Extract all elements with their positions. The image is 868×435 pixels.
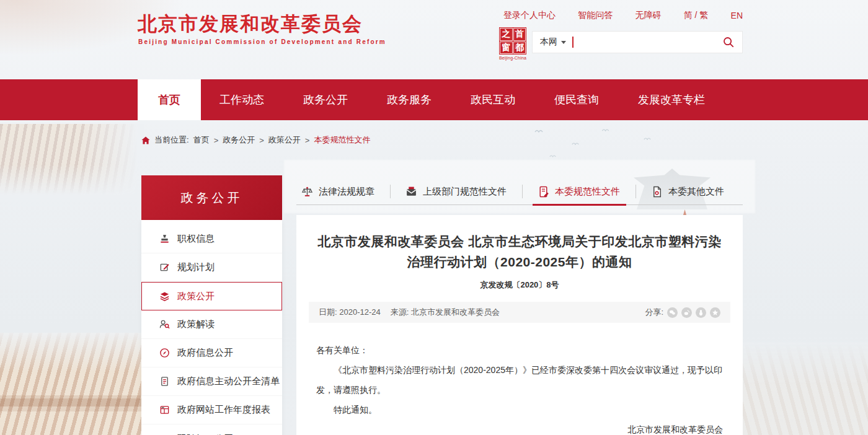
seal-char: 之: [500, 28, 513, 41]
sidebar-item-label: 职权信息: [177, 233, 215, 245]
date-label: 日期:: [319, 307, 337, 317]
source-label: 来源:: [391, 307, 409, 317]
breadcrumb-gov-disclosure[interactable]: 政务公开: [223, 134, 255, 146]
link-simplified-traditional[interactable]: 简 / 繁: [684, 10, 709, 21]
sidebar-item-label: 双随机一公开: [177, 433, 233, 435]
sidebar-item-label: 规划计划: [177, 261, 215, 273]
person-magnifier-icon: [159, 319, 170, 330]
sidebar: 政务公开 职权信息 规划计划 政策公开: [141, 175, 282, 435]
favorite-star-icon[interactable]: [710, 307, 720, 318]
bg-roof-top-left: [0, 124, 144, 198]
sidebar-item-authority-info[interactable]: 职权信息: [141, 225, 282, 253]
sidebar-item-label: 政府信息公开: [177, 347, 233, 359]
seal-char: 首: [513, 28, 526, 41]
capital-window-seal-logo[interactable]: 之 首 窗 都 Beijing-China: [498, 27, 528, 60]
tab-label: 上级部门规范性文件: [423, 186, 507, 198]
site-header: 北京市发展和改革委员会 Beijing Municipal Commission…: [0, 0, 868, 79]
link-english[interactable]: EN: [731, 11, 743, 20]
bg-roof-bottom-right: [738, 342, 868, 435]
compass-icon: [159, 348, 170, 359]
salutation: 各有关单位：: [316, 340, 723, 360]
plan-edit-icon: [159, 262, 170, 273]
seal-caption: Beijing-China: [498, 56, 528, 60]
tab-laws-regulations[interactable]: 法律法规规章: [301, 185, 391, 198]
document-category-tabs: 法律法规规章 上级部门规范性文件 本委规范性文件 本委其他文件: [296, 178, 743, 205]
article-date: 日期: 2020-12-24: [319, 307, 381, 318]
weibo-icon[interactable]: [681, 307, 692, 318]
article-meta-bar: 日期: 2020-12-24 来源: 北京市发展和改革委员会 分享:: [309, 302, 730, 323]
nav-item-convenient-inquiry[interactable]: 便民查询: [554, 79, 599, 120]
tab-label: 法律法规规章: [319, 186, 374, 198]
nav-item-interaction[interactable]: 政民互动: [471, 79, 515, 120]
sidebar-item-label: 政策解读: [177, 319, 215, 330]
breadcrumb-separator: >: [259, 136, 264, 145]
sidebar-item-proactive-disclosure-list[interactable]: 政府信息主动公开全清单: [141, 367, 282, 396]
site-logo-title[interactable]: 北京市发展和改革委员会: [138, 11, 363, 37]
breadcrumb-current: 本委规范性文件: [314, 134, 370, 146]
sidebar-menu: 职权信息 规划计划 政策公开 政策解读: [141, 220, 282, 435]
site-search: 本网: [532, 31, 743, 53]
breadcrumb-separator: >: [214, 136, 219, 145]
sidebar-item-label: 政策公开: [177, 291, 215, 302]
article-panel: 北京市发展和改革委员会 北京市生态环境局关于印发北京市塑料污染治理行动计划（20…: [296, 215, 743, 435]
policy-layers-icon: [159, 291, 170, 302]
breadcrumb: 当前位置: 首页 > 政务公开 > 政策公开 > 本委规范性文件: [141, 134, 370, 146]
sidebar-item-policy-disclosure[interactable]: 政策公开: [141, 282, 282, 310]
breadcrumb-home[interactable]: 首页: [193, 134, 210, 146]
seal-grid-icon: 之 首 窗 都: [499, 27, 526, 55]
bird-icon: [644, 131, 651, 143]
nav-item-work-news[interactable]: 工作动态: [219, 79, 264, 120]
sidebar-item-label: 政府信息主动公开全清单: [177, 376, 280, 387]
source-value: 北京市发展和改革委员会: [411, 307, 500, 317]
nav-item-reform-column[interactable]: 发展改革专栏: [638, 79, 705, 120]
bird-icon: [549, 149, 556, 160]
bird-icon: [572, 136, 579, 147]
search-scope-label: 本网: [540, 37, 557, 48]
stamp-icon: [159, 234, 170, 245]
nav-item-home[interactable]: 首页: [138, 79, 201, 120]
body-paragraph: 特此通知。: [316, 400, 723, 420]
tab-commission-normative-documents[interactable]: 本委规范性文件: [538, 185, 636, 198]
nav-item-gov-services[interactable]: 政务服务: [387, 79, 432, 120]
tab-label: 本委其他文件: [668, 186, 724, 198]
bg-eave-band: [0, 398, 144, 406]
article-source: 来源: 北京市发展和改革委员会: [391, 307, 500, 318]
link-smart-qa[interactable]: 智能问答: [578, 10, 613, 21]
document-list-icon: [159, 376, 170, 387]
page: 北京市发展和改革委员会 Beijing Municipal Commission…: [0, 0, 868, 435]
link-accessibility[interactable]: 无障碍: [635, 10, 661, 21]
share-bar: 分享:: [645, 307, 720, 318]
search-input[interactable]: [574, 37, 723, 48]
sidebar-title: 政务公开: [141, 175, 282, 220]
body-paragraph: 《北京市塑料污染治理行动计划（2020-2025年）》已经市委深改委第十四次会议…: [316, 360, 723, 400]
search-scope-dropdown[interactable]: 本网: [540, 37, 566, 48]
signature: 北京市发展和改革委员会: [316, 420, 723, 435]
breadcrumb-policy-disclosure[interactable]: 政策公开: [268, 134, 301, 146]
header-utility-links: 登录个人中心 智能问答 无障碍 简 / 繁 EN: [503, 10, 743, 21]
sidebar-item-gov-info-disclosure[interactable]: 政府信息公开: [141, 339, 282, 367]
report-table-icon: [159, 405, 170, 416]
wechat-icon[interactable]: [667, 307, 678, 318]
article-body: 各有关单位： 《北京市塑料污染治理行动计划（2020-2025年）》已经市委深改…: [316, 340, 723, 435]
bg-roof-bottom-left: [0, 333, 144, 435]
bird-icon: [601, 123, 609, 134]
link-login-personal-center[interactable]: 登录个人中心: [503, 10, 556, 21]
tab-superior-normative-documents[interactable]: 上级部门规范性文件: [405, 185, 523, 198]
sidebar-item-planning[interactable]: 规划计划: [141, 253, 282, 282]
sidebar-item-policy-interpretation[interactable]: 政策解读: [141, 310, 282, 339]
sidebar-item-double-random-disclosure[interactable]: 双随机一公开: [141, 424, 282, 435]
document-seal-icon: [651, 186, 663, 198]
mail-document-icon: [405, 186, 417, 198]
nav-item-gov-disclosure[interactable]: 政务公开: [303, 79, 348, 120]
search-button[interactable]: [722, 36, 735, 48]
qq-icon[interactable]: [696, 307, 706, 318]
bird-icon: [534, 124, 543, 135]
tab-label: 本委规范性文件: [555, 186, 620, 198]
breadcrumb-prefix: 当前位置:: [154, 134, 189, 146]
tab-commission-other-documents[interactable]: 本委其他文件: [651, 185, 740, 198]
seal-char: 窗: [500, 42, 513, 55]
sidebar-item-annual-website-report[interactable]: 政府网站工作年度报表: [141, 396, 282, 424]
article-title: 北京市发展和改革委员会 北京市生态环境局关于印发北京市塑料污染治理行动计划（20…: [315, 231, 724, 272]
law-scale-icon: [301, 186, 313, 198]
share-label: 分享:: [645, 307, 663, 318]
